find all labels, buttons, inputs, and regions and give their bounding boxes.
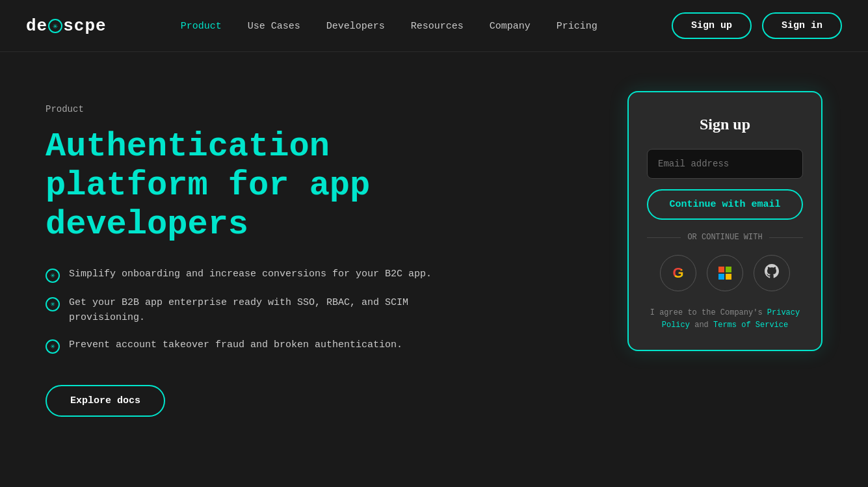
logo-icon: ✳: [48, 19, 62, 33]
hero-section: Product Authentication platform for app …: [46, 91, 436, 417]
feature-item-1: ✳ Simplify onboarding and increase conve…: [46, 267, 436, 283]
main-content: Product Authentication platform for app …: [0, 52, 868, 456]
or-text: OR CONTINUE WITH: [687, 233, 762, 242]
microsoft-signin-button[interactable]: [707, 255, 743, 291]
breadcrumb: Product: [46, 104, 436, 114]
nav-links: Product Use Cases Developers Resources C…: [181, 20, 598, 32]
feature-icon-1: ✳: [46, 269, 60, 283]
google-signin-button[interactable]: G: [660, 255, 696, 291]
tos-link[interactable]: Terms of Service: [713, 321, 788, 330]
logo[interactable]: de ✳ sc pe: [26, 16, 107, 36]
github-signin-button[interactable]: [754, 255, 790, 291]
feature-text-3: Prevent account takeover fraud and broke…: [69, 338, 402, 353]
explore-docs-button[interactable]: Explore docs: [46, 385, 165, 417]
nav-resources[interactable]: Resources: [411, 21, 464, 32]
nav-company[interactable]: Company: [490, 21, 531, 32]
nav-developers[interactable]: Developers: [326, 21, 385, 32]
feature-item-3: ✳ Prevent account takeover fraud and bro…: [46, 338, 436, 354]
nav-product[interactable]: Product: [181, 21, 222, 32]
nav-signin-button[interactable]: Sign in: [762, 12, 842, 39]
signup-card: Sign up Continue with email OR CONTINUE …: [627, 91, 822, 351]
microsoft-icon: [718, 267, 731, 280]
nav-use-cases[interactable]: Use Cases: [248, 21, 300, 32]
nav-auth-buttons: Sign up Sign in: [672, 12, 842, 39]
logo-text-before: de: [26, 16, 47, 36]
github-icon: [765, 264, 779, 282]
or-divider: OR CONTINUE WITH: [647, 233, 803, 242]
logo-text-end: pe: [85, 16, 106, 36]
feature-list: ✳ Simplify onboarding and increase conve…: [46, 267, 436, 354]
social-buttons: G: [647, 255, 803, 291]
nav-pricing[interactable]: Pricing: [557, 21, 598, 32]
continue-with-email-button[interactable]: Continue with email: [647, 189, 803, 220]
navbar: de ✳ sc pe Product Use Cases Developers …: [0, 0, 868, 52]
terms-text: I agree to the Company's Privacy Policy …: [647, 307, 803, 332]
logo-text-after: sc: [63, 16, 85, 36]
card-title: Sign up: [647, 116, 803, 133]
nav-signup-button[interactable]: Sign up: [672, 12, 752, 39]
email-input[interactable]: [647, 149, 803, 179]
google-icon: G: [672, 265, 683, 282]
feature-icon-2: ✳: [46, 297, 60, 311]
feature-text-2: Get your B2B app enterprise ready with S…: [69, 296, 436, 325]
feature-item-2: ✳ Get your B2B app enterprise ready with…: [46, 296, 436, 325]
feature-text-1: Simplify onboarding and increase convers…: [69, 267, 432, 282]
feature-icon-3: ✳: [46, 339, 60, 354]
hero-title: Authentication platform for app develope…: [46, 127, 436, 244]
